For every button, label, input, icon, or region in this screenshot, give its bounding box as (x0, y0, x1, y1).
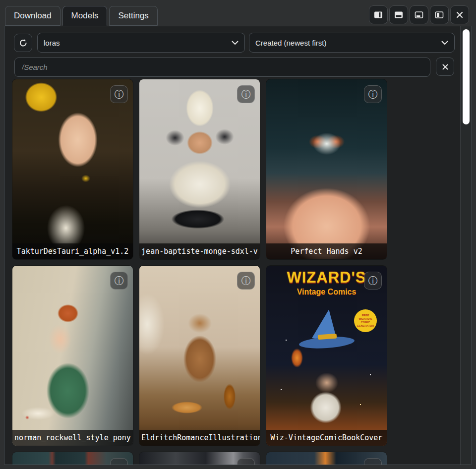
badge-line: COMIC (361, 321, 370, 324)
refresh-button[interactable] (14, 34, 32, 52)
model-info-button[interactable] (237, 458, 255, 465)
layout-panel-right-icon (374, 10, 383, 19)
model-card-jean-baptiste-monge[interactable]: ⓘ jean-baptiste-monge-sdxl-v (139, 79, 260, 259)
scrollbar-track[interactable] (460, 26, 472, 465)
model-name-bar: EldritchRomanceIllustration (139, 430, 260, 446)
badge-line: WIZARD'S (359, 317, 372, 321)
model-name: jean-baptiste-monge-sdxl-v (141, 247, 258, 256)
refresh-icon (18, 38, 28, 48)
model-name: TakturDesTauri_alpha_v1.2 (17, 247, 129, 256)
sort-order-select[interactable]: Created (newest first) (249, 33, 455, 53)
clear-search-button[interactable] (436, 58, 454, 76)
tab-bar: Download Models Settings (0, 0, 476, 26)
layout-panel-bottom-icon (415, 10, 423, 19)
tab-models-label: Models (71, 11, 99, 21)
layout-panel-left-icon (435, 10, 444, 19)
model-info-button[interactable]: ⓘ (110, 272, 128, 290)
layout-panel-right-button[interactable] (369, 5, 388, 24)
model-preview-image: WIZARD'S Vintage Comics FREE WIZARD'S CO… (266, 266, 387, 446)
tab-settings[interactable]: Settings (109, 6, 157, 26)
model-card-eldritch-romance[interactable]: ⓘ EldritchRomanceIllustration (139, 266, 260, 446)
model-type-selected-value: loras (44, 39, 232, 47)
model-info-button[interactable]: ⓘ (364, 85, 382, 103)
model-card-wiz-vintage-comic[interactable]: WIZARD'S Vintage Comics FREE WIZARD'S CO… (266, 266, 387, 446)
model-card-norman-rockwell[interactable]: ⓘ norman_rockwell_style_pony (12, 266, 133, 446)
model-name: EldritchRomanceIllustration (141, 433, 260, 442)
layout-panel-top-button[interactable] (389, 5, 408, 24)
chevron-down-icon (232, 41, 238, 45)
tab-download-label: Download (14, 11, 52, 21)
model-name-bar: Perfect Hands v2 (266, 243, 387, 259)
close-button[interactable] (450, 5, 469, 24)
close-icon (455, 10, 464, 19)
model-card-partial-2[interactable] (139, 452, 260, 465)
layout-panel-bottom-button[interactable] (410, 5, 428, 24)
window-controls (369, 5, 469, 24)
model-info-button[interactable]: ⓘ (237, 272, 255, 290)
model-name-bar: Wiz-VintageComicBookCover (266, 430, 387, 446)
model-preview-image (266, 79, 387, 259)
model-info-button[interactable]: ⓘ (364, 272, 382, 290)
info-icon: ⓘ (368, 90, 378, 99)
model-name: Perfect Hands v2 (291, 247, 362, 256)
model-preview-image (12, 266, 133, 446)
model-name-bar: jean-baptiste-monge-sdxl-v (139, 243, 260, 259)
chevron-down-icon (441, 41, 448, 45)
model-preview-image (139, 79, 260, 259)
model-info-button[interactable]: ⓘ (110, 85, 128, 103)
info-icon: ⓘ (115, 276, 124, 286)
search-input[interactable] (14, 58, 430, 77)
model-info-button[interactable] (110, 458, 128, 465)
tab-download[interactable]: Download (5, 6, 60, 26)
layout-panel-top-icon (394, 10, 403, 19)
model-name: Wiz-VintageComicBookCover (271, 433, 383, 442)
tab-settings-label: Settings (118, 11, 148, 21)
model-card-partial-1[interactable] (12, 452, 133, 465)
info-icon: ⓘ (368, 276, 378, 286)
badge-line: GENERATOR (357, 324, 374, 328)
layout-panel-left-button[interactable] (430, 5, 449, 24)
sort-order-selected-value: Created (newest first) (255, 39, 441, 47)
model-name: norman_rockwell_style_pony (14, 433, 131, 442)
model-type-select[interactable]: loras (37, 33, 245, 53)
model-card-partial-3[interactable] (266, 452, 387, 465)
tab-models[interactable]: Models (62, 6, 108, 26)
models-panel-content: loras Created (newest first) ⓘ TakturDes… (4, 26, 472, 465)
model-card-perfect-hands[interactable]: ⓘ Perfect Hands v2 (266, 79, 387, 259)
model-card-takturdestauri[interactable]: ⓘ TakturDesTauri_alpha_v1.2 (12, 79, 133, 259)
info-icon: ⓘ (241, 90, 251, 99)
model-info-button[interactable] (364, 458, 382, 465)
model-name-bar: norman_rockwell_style_pony (12, 430, 133, 446)
info-icon: ⓘ (241, 276, 251, 286)
model-preview-image (139, 266, 260, 446)
x-clear-icon (441, 63, 449, 71)
model-name-bar: TakturDesTauri_alpha_v1.2 (12, 243, 133, 259)
scrollbar-thumb[interactable] (463, 29, 470, 124)
models-panel: loras Created (newest first) ⓘ TakturDes… (4, 26, 472, 465)
badge-line: FREE (362, 314, 369, 317)
model-preview-image (12, 79, 133, 259)
comic-cover-badge: FREE WIZARD'S COMIC GENERATOR (354, 309, 377, 332)
model-info-button[interactable]: ⓘ (237, 85, 255, 103)
info-icon: ⓘ (115, 90, 124, 99)
